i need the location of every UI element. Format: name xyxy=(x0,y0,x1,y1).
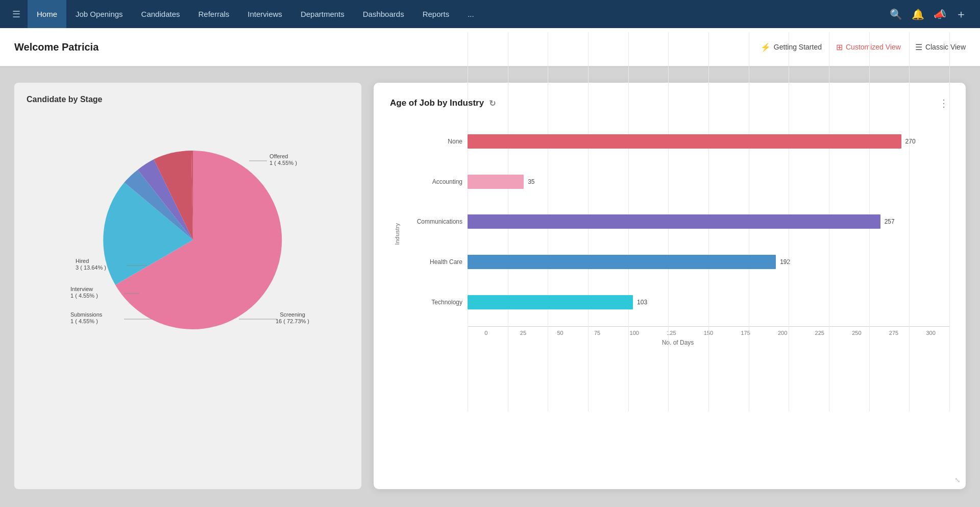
nav-candidates[interactable]: Candidates xyxy=(132,0,189,28)
nav-referrals[interactable]: Referrals xyxy=(189,0,238,28)
x-tick-4: 100 xyxy=(616,330,653,336)
x-axis: 0255075100125150175200225250275300 xyxy=(468,326,949,336)
bar-value-3: 192 xyxy=(780,258,790,265)
bar-label-1: Accounting xyxy=(406,178,462,185)
pie-label-interview-val: 1 ( 4.55% ) xyxy=(70,293,98,299)
more-options-icon[interactable]: ⋮ xyxy=(939,97,949,109)
nav-reports[interactable]: Reports xyxy=(413,0,459,28)
bar-track-1: 35 xyxy=(468,175,949,189)
candidate-by-stage-title: Candidate by Stage xyxy=(27,95,349,104)
bar-fill-1 xyxy=(468,175,524,189)
customized-view-label: Customized View xyxy=(846,43,901,51)
getting-started-label: Getting Started xyxy=(774,43,822,51)
x-tick-1: 25 xyxy=(505,330,542,336)
bar-track-4: 103 xyxy=(468,295,949,309)
bar-label-3: Health Care xyxy=(406,258,462,265)
bar-fill-4 xyxy=(468,295,633,309)
menu-icon[interactable]: ☰ xyxy=(5,9,28,20)
nav-home[interactable]: Home xyxy=(28,0,66,28)
pie-label-screening-val: 16 ( 72.73% ) xyxy=(276,318,309,324)
age-of-job-title-group: Age of Job by Industry ↻ xyxy=(390,98,496,108)
bar-fill-2 xyxy=(468,214,880,229)
alert-icon[interactable]: 📣 xyxy=(934,8,946,20)
age-of-job-title-text: Age of Job by Industry xyxy=(390,98,484,108)
getting-started-button[interactable]: ⚡ Getting Started xyxy=(761,42,822,52)
x-axis-label: No. of Days xyxy=(406,339,949,346)
list-icon: ☰ xyxy=(915,42,922,52)
nav-job-openings[interactable]: Job Openings xyxy=(66,0,132,28)
x-tick-3: 75 xyxy=(579,330,616,336)
bar-track-2: 257 xyxy=(468,214,949,229)
bar-row-technology: Technology103 xyxy=(406,295,949,309)
chart-area: None270Accounting35Communications257Heal… xyxy=(406,122,949,346)
nav-interviews[interactable]: Interviews xyxy=(238,0,291,28)
pie-chart-svg: Offered 1 ( 4.55% ) Hired 3 ( 13.64% ) I… xyxy=(45,112,331,347)
main-content: Candidate by Stage xyxy=(0,66,980,505)
x-tick-7: 175 xyxy=(727,330,764,336)
nav-dashboards[interactable]: Dashboards xyxy=(354,0,413,28)
resize-handle-icon[interactable]: ⤡ xyxy=(954,476,961,484)
pie-label-screening: Screening xyxy=(280,311,305,318)
bar-row-health-care: Health Care192 xyxy=(406,255,949,269)
pie-label-hired-val: 3 ( 13.64% ) xyxy=(76,264,106,271)
pie-label-submissions-val: 1 ( 4.55% ) xyxy=(70,318,98,324)
search-icon[interactable]: 🔍 xyxy=(890,8,902,20)
bar-value-0: 270 xyxy=(905,138,916,145)
bar-value-1: 35 xyxy=(528,178,534,185)
bar-chart-container: Industry None270Accounting35Communicatio… xyxy=(390,122,949,346)
bar-label-2: Communications xyxy=(406,218,462,225)
view-options: ⚡ Getting Started ⊞ Customized View ☰ Cl… xyxy=(761,42,966,52)
nav-action-icons: 🔍 🔔 📣 ＋ xyxy=(881,7,975,22)
x-tick-8: 200 xyxy=(764,330,801,336)
x-tick-6: 150 xyxy=(690,330,727,336)
bar-row-accounting: Accounting35 xyxy=(406,175,949,189)
y-axis-label-container: Industry xyxy=(390,122,404,346)
age-of-job-card: Age of Job by Industry ↻ ⋮ Industry None… xyxy=(374,83,966,489)
nav-departments[interactable]: Departments xyxy=(291,0,354,28)
notification-bell-icon[interactable]: 🔔 xyxy=(912,8,924,20)
candidate-by-stage-card: Candidate by Stage xyxy=(14,83,361,489)
bars-section: None270Accounting35Communications257Heal… xyxy=(406,122,949,322)
pie-label-submissions: Submissions xyxy=(70,311,103,318)
bar-value-2: 257 xyxy=(885,218,895,225)
welcome-message: Welcome Patricia xyxy=(14,41,761,53)
x-tick-12: 300 xyxy=(912,330,949,336)
age-of-job-header: Age of Job by Industry ↻ ⋮ xyxy=(390,97,949,109)
x-tick-11: 275 xyxy=(875,330,913,336)
bar-track-0: 270 xyxy=(468,134,949,149)
pie-label-offered-val: 1 ( 4.55% ) xyxy=(270,160,297,166)
bar-label-4: Technology xyxy=(406,299,462,306)
pie-chart-container: Offered 1 ( 4.55% ) Hired 3 ( 13.64% ) I… xyxy=(27,112,349,347)
x-tick-9: 225 xyxy=(801,330,838,336)
bar-value-4: 103 xyxy=(637,299,647,306)
y-axis-label: Industry xyxy=(394,223,400,245)
top-navigation: ☰ Home Job Openings Candidates Referrals… xyxy=(0,0,980,28)
bar-track-3: 192 xyxy=(468,255,949,269)
refresh-icon[interactable]: ↻ xyxy=(489,99,496,108)
header-bar: Welcome Patricia ⚡ Getting Started ⊞ Cus… xyxy=(0,28,980,66)
bar-row-communications: Communications257 xyxy=(406,214,949,229)
x-tick-10: 250 xyxy=(838,330,875,336)
add-button[interactable]: ＋ xyxy=(955,7,967,22)
lightning-icon: ⚡ xyxy=(761,42,771,52)
customized-view-button[interactable]: ⊞ Customized View xyxy=(836,42,901,52)
bar-label-0: None xyxy=(406,138,462,145)
grid-icon: ⊞ xyxy=(836,42,843,52)
bar-fill-3 xyxy=(468,255,776,269)
pie-label-offered: Offered xyxy=(270,153,288,159)
bar-fill-0 xyxy=(468,134,901,149)
x-tick-5: 125 xyxy=(653,330,690,336)
x-tick-2: 50 xyxy=(542,330,579,336)
classic-view-button[interactable]: ☰ Classic View xyxy=(915,42,966,52)
nav-more[interactable]: ... xyxy=(458,0,483,28)
pie-label-hired: Hired xyxy=(76,258,89,264)
x-tick-0: 0 xyxy=(468,330,505,336)
pie-label-interview: Interview xyxy=(70,286,93,292)
bar-row-none: None270 xyxy=(406,134,949,149)
classic-view-label: Classic View xyxy=(925,43,966,51)
